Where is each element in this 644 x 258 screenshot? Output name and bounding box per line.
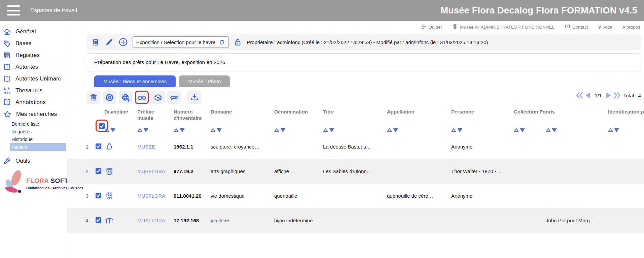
sort-arrows[interactable] [137,128,170,132]
previous-page-button[interactable] [585,92,592,99]
plus-circle-icon [118,37,128,47]
sort-arrows[interactable] [104,128,134,132]
download-icon [190,93,199,102]
row-checkbox[interactable] [96,143,101,149]
row-checkbox[interactable] [96,217,101,223]
user-account-link[interactable]: Musée v4 ADMINISTRATEUR FONCTIONNEL [452,24,554,30]
glasses-icon [137,93,147,102]
sort-arrows-collection[interactable] [514,128,546,132]
row-index[interactable]: 1 [86,144,96,150]
row-index[interactable]: 4 [86,218,96,223]
row-checkbox[interactable] [96,193,101,198]
table-row[interactable]: 1 MUSEE 1862.1.1 sculpture, croyance… La… [67,134,644,159]
remove-from-basket-button[interactable] [86,91,100,104]
table-row[interactable]: 2 MUSFLORA 977.19.2 arts graphiques affi… [67,159,644,184]
prefixe-link[interactable]: MUSFLORA [137,193,174,199]
sort-arrows[interactable] [608,128,644,132]
denomination: quenouille [274,193,323,199]
delete-basket-button[interactable] [91,37,100,47]
topbar: Espaces de travail Musée Flora Decalog F… [0,0,644,21]
column-header-personne: Personne [451,107,514,134]
sidebar-item-general[interactable]: Général [0,26,66,37]
apropos-link[interactable]: A propos [622,25,640,30]
sort-arrows-fonds[interactable] [546,128,608,132]
main-area: Quitter Musée v4 ADMINISTRATEUR FONCTION… [67,21,644,258]
sidebar-subitem-paniers[interactable]: Paniers [10,143,66,151]
table-row[interactable]: 3 MUSFLORA 911.0041.26 vie domestique qu… [67,184,644,208]
sidebar-item-annotations[interactable]: Annotations [0,96,66,108]
prefixe-link[interactable]: MUSFLORA [137,218,174,223]
sort-arrows[interactable] [323,128,384,132]
sort-arrows[interactable] [451,128,510,132]
sidebar-item-thesaurus[interactable]: AB Thesaurus [0,85,66,96]
preview-eye-button[interactable] [167,91,181,104]
row-index[interactable]: 3 [86,193,96,199]
registers-icon [3,51,11,59]
dispatch-box-button[interactable] [151,91,165,104]
sort-arrows[interactable] [211,128,271,132]
home-icon [3,28,11,36]
row-checkbox[interactable] [96,168,101,174]
quitter-link[interactable]: Quitter [421,24,442,30]
prefixe-link[interactable]: MUSFLORA [137,168,174,174]
basket-toolbar: Exposition / Selection pour le havre Pro… [86,34,641,50]
table-row[interactable]: 4 MUSFLORA 17.192.168 joaillerie bijou i… [67,208,644,233]
total-count: Total : 4 [623,93,641,98]
svg-text:A: A [3,87,6,91]
lock-icon[interactable] [233,38,242,47]
next-page-button[interactable] [604,92,612,99]
open-book-icon [3,63,11,71]
denomination: affiche [274,168,323,174]
edit-basket-button[interactable] [105,38,114,47]
sidebar-item-registres[interactable]: Registres [0,49,66,61]
sidebar-item-bases[interactable]: Bases [0,37,66,49]
prefixe-link[interactable]: MUSEE [137,144,174,150]
tab-musee-biens-et-ensembles[interactable]: Musée : Biens et ensembles [94,75,176,87]
sort-arrows[interactable] [274,128,320,132]
sidebar-item-mes-recherches[interactable]: Mes recherches [0,108,66,120]
sidebar-subitem-historique[interactable]: Historique [0,135,66,143]
aide-link[interactable]: ? Aide [598,24,612,30]
basket-description-field[interactable]: Préparation des prêts pour Le Havre, exp… [86,53,641,71]
domaine: vie domestique [211,193,274,199]
first-page-button[interactable] [576,91,584,99]
select-all-checkbox[interactable] [99,123,105,129]
numero-inventaire: 911.0041.26 [174,193,211,199]
view-glasses-button[interactable] [135,91,149,104]
numero-inventaire: 17.192.168 [174,218,211,223]
subitem-label: Paniers [11,144,27,150]
contact-label: Contact [572,25,588,30]
download-button[interactable] [187,91,201,104]
sort-arrows[interactable] [174,128,207,132]
fonds: John Pierpont Morg… [546,218,608,223]
sidebar-item-autorites[interactable]: Autorités [0,61,66,73]
sidebar-item-autorites-unimarc[interactable]: Autorités Unimarc [0,73,66,85]
sort-arrows[interactable] [387,128,448,132]
workspaces-label[interactable]: Espaces de travail [30,7,77,14]
basket-selector-value: Exposition / Selection pour le havre [136,39,215,45]
quitter-label: Quitter [428,25,442,30]
last-page-button[interactable] [613,91,621,99]
contact-link[interactable]: Contact [565,24,588,30]
wrench-icon [3,157,11,165]
row-index[interactable]: 2 [86,169,96,174]
personne: Anonyme [451,193,514,199]
sidebar-item-label: Autorités Unimarc [15,75,61,82]
hamburger-menu-icon[interactable] [7,5,20,15]
refresh-icon[interactable] [219,39,225,45]
sidebar-subitem-requetes[interactable]: Requêtes [0,128,66,135]
tab-musee-photo[interactable]: Musée : Photo [179,75,230,87]
sidebar-subitem-derniere-liste[interactable]: Dernière liste [0,120,66,128]
add-basket-button[interactable] [118,37,128,47]
globe-upload-icon [121,93,130,102]
settings-button[interactable] [103,91,116,104]
tab-label: Musée : Photo [188,78,221,84]
aide-label: Aide [603,25,612,30]
web-publish-button[interactable] [119,91,133,104]
domaine: joaillerie [211,218,274,223]
sidebar-item-outils[interactable]: Outils [0,155,66,167]
subitem-label: Dernière liste [11,121,39,127]
basket-description-value: Préparation des prêts pour Le Havre, exp… [94,59,225,65]
basket-selector[interactable]: Exposition / Selection pour le havre [133,36,229,48]
question-mark-icon: ? [598,24,601,30]
